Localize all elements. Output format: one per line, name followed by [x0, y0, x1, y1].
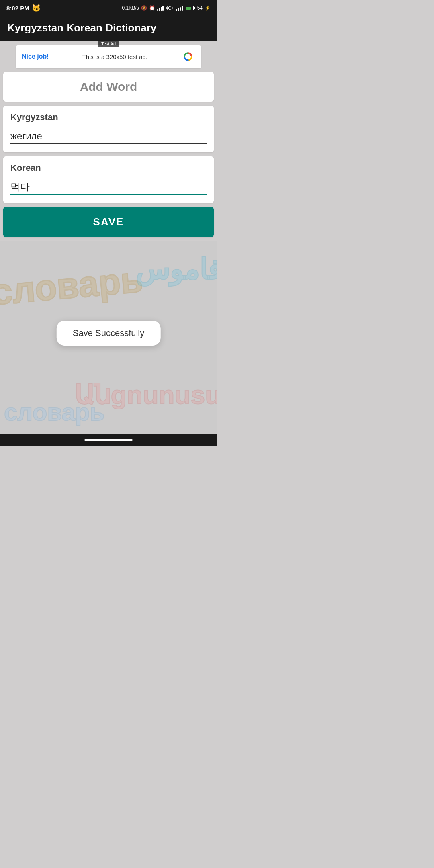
ad-text: This is a 320x50 test ad.: [49, 53, 181, 60]
toast-message: Save Successfully: [57, 321, 161, 346]
svg-point-1: [190, 54, 192, 56]
bottom-bar: [0, 434, 217, 446]
app-bar: Kyrgyzstan Korean Dictionary: [0, 16, 217, 41]
ad-banner[interactable]: Test Ad Nice job! This is a 320x50 test …: [16, 45, 201, 68]
toast-text: Save Successfully: [73, 328, 145, 338]
mute-icon: 🔕: [141, 5, 147, 11]
app-title: Kyrgyzstan Korean Dictionary: [7, 22, 156, 34]
alarm-icon: ⏰: [149, 5, 155, 11]
ad-nice-job: Nice job!: [22, 53, 49, 60]
charging-icon: ⚡: [205, 5, 211, 11]
network-speed: 0.1KB/s: [122, 5, 139, 11]
background-watermark: словарь فاموس Անgnunusu словарь Save Suc…: [0, 241, 217, 434]
home-indicator: [84, 439, 133, 441]
app-icon: 🐱: [32, 4, 41, 12]
kyrgyzstan-label: Kyrgyzstan: [10, 112, 207, 123]
add-word-title: Add Word: [80, 80, 137, 93]
ad-label: Test Ad: [98, 41, 119, 47]
battery-icon: [185, 6, 195, 10]
add-word-card: Add Word: [3, 72, 214, 102]
save-button[interactable]: SAVE: [3, 207, 214, 237]
watermark-bottom: словарь: [4, 398, 104, 426]
status-bar: 8:02 PM 🐱 0.1KB/s 🔕 ⏰ 4G+ 54 ⚡: [0, 0, 217, 16]
kyrgyzstan-card: Kyrgyzstan: [3, 106, 214, 152]
ad-logo-icon: [181, 49, 195, 64]
signal-icon-2: [176, 5, 183, 11]
signal-icon: [157, 5, 164, 11]
korean-input[interactable]: [10, 180, 207, 195]
battery-level: 54: [197, 5, 203, 11]
status-time: 8:02 PM: [6, 5, 29, 12]
watermark-arabic: فاموس: [135, 253, 217, 286]
kyrgyzstan-input[interactable]: [10, 129, 207, 144]
korean-label: Korean: [10, 163, 207, 173]
network-type: 4G+: [166, 6, 174, 10]
svg-point-0: [181, 49, 195, 64]
korean-card: Korean: [3, 156, 214, 203]
watermark-cyrillic: словарь: [0, 259, 144, 313]
save-button-card: SAVE: [3, 207, 214, 237]
